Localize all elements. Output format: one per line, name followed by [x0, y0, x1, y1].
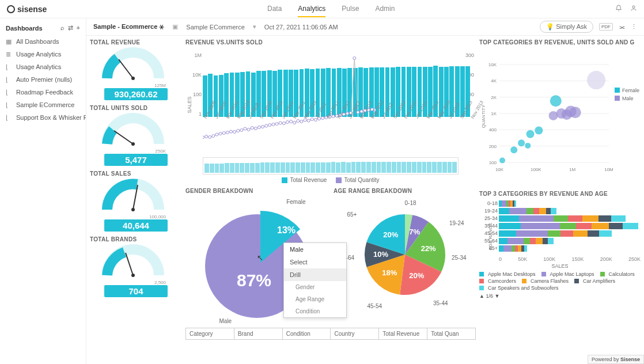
widget-title: TOTAL SALES [90, 170, 182, 177]
chart-icon: ⌊ [6, 89, 13, 96]
legend-swatch [336, 177, 342, 183]
toggle-icon[interactable]: ⇄ [68, 24, 73, 32]
bell-icon[interactable] [615, 5, 622, 13]
add-icon[interactable]: + [77, 24, 80, 32]
simply-ask-button[interactable]: 💡 Simply Ask [540, 21, 593, 33]
pager[interactable]: ▲ 1/6 ▼ [479, 293, 641, 299]
svg-text:QUANTITY: QUANTITY [481, 104, 486, 128]
svg-line-3 [114, 131, 133, 144]
sidebar-item-auto[interactable]: ⌊Auto Premier (nulls) [0, 73, 86, 86]
widget-title: TOP CATEGORIES BY REVENUE, UNITS SOLD AN… [479, 39, 641, 46]
share-icon[interactable]: ⫘ [619, 24, 625, 31]
svg-text:400: 400 [489, 127, 497, 132]
sidebar-item-support[interactable]: ⌊Support Box & Whisker Plot I... [0, 111, 86, 124]
svg-text:22%: 22% [421, 244, 435, 253]
svg-text:7%: 7% [409, 227, 420, 236]
chart-icon: ⌊ [6, 63, 13, 70]
search-icon[interactable]: ⌕ [60, 24, 65, 32]
svg-point-92 [525, 143, 531, 149]
slice-label: 35-44 [433, 300, 448, 306]
sidebar-item-sample[interactable]: ⌊Sample ECommerce [0, 98, 86, 111]
th-category[interactable]: Category [186, 328, 234, 339]
th-revenue[interactable]: Total Revenue [379, 328, 427, 339]
gauge-widget-brands: TOTAL BRANDS 2,500 704 [90, 236, 182, 297]
y-tick: 1 [185, 111, 202, 117]
middle-column: REVENUE vs.UNITS SOLD SALES 1M 10K 100 1… [185, 39, 476, 361]
svg-point-87 [499, 157, 505, 163]
sidebar-item-usage1[interactable]: ≣Usage Analytics [0, 48, 86, 60]
gauge-max: 100,000 [101, 214, 171, 219]
age-pie-widget: AGE RANGE BREAKDOWN 7%22%20%18%10%20% 0-… [334, 188, 476, 321]
pdf-icon[interactable]: PDF [599, 23, 613, 31]
chevron-down-icon[interactable]: ▾ [253, 23, 256, 31]
gauge-max: 2,500 [101, 280, 171, 285]
age-pie[interactable]: 7%22%20%18%10%20% 0-18 19-24 25-34 35-44… [350, 200, 460, 309]
sidebar-item-label: Usage Analytics [16, 51, 61, 58]
widget-title: REVENUE vs.UNITS SOLD [185, 39, 476, 46]
grid-icon: ▦ [6, 38, 13, 45]
svg-text:13%: 13% [277, 225, 296, 235]
logo[interactable]: sisense [7, 5, 47, 14]
folder-name[interactable]: Sample ECommerce [186, 24, 244, 31]
context-menu: Male Select Drill Gender Age Range Condi… [283, 242, 347, 318]
chart-icon: ⌊ [6, 114, 13, 121]
user-icon[interactable] [630, 5, 637, 13]
timestamp: Oct 27, 2021 11:06:05 AM [264, 24, 338, 31]
right-column: TOP CATEGORIES BY REVENUE, UNITS SOLD AN… [479, 39, 641, 361]
svg-text:18%: 18% [382, 268, 397, 277]
gauge-svg [101, 244, 165, 278]
gauge-svg [101, 178, 165, 213]
ctx-age[interactable]: Age Range [284, 293, 346, 305]
svg-text:Male: Male [622, 96, 634, 101]
nav-data[interactable]: Data [267, 1, 282, 17]
legend-item[interactable]: Total Revenue [282, 177, 327, 183]
more-icon[interactable]: ⋮ [631, 23, 637, 31]
x-tick: 150K [572, 256, 584, 262]
th-brand[interactable]: Brand [234, 328, 283, 339]
sidebar-item-usage2[interactable]: ⌊Usage Analytics [0, 60, 86, 73]
th-country[interactable]: Country [331, 328, 379, 339]
top-nav: Data Analytics Pulse Admin [267, 1, 395, 17]
svg-text:2K: 2K [491, 95, 497, 100]
nav-admin[interactable]: Admin [375, 1, 395, 17]
sidebar-item-label: Usage Analytics [16, 63, 61, 70]
chart-icon: ⌊ [6, 76, 13, 83]
svg-point-6 [131, 208, 135, 211]
x-tick: 50K [518, 256, 527, 262]
folder-icon[interactable]: ▣ [172, 23, 178, 31]
legend-item[interactable]: Total Quantity [336, 177, 379, 183]
bar-line-chart[interactable]: SALES 1M 10K 100 1 300 200 100 0 [185, 47, 476, 157]
ctx-drill[interactable]: Drill [284, 268, 346, 281]
slice-label: 45-54 [368, 303, 382, 309]
th-quantity[interactable]: Total Quan [427, 328, 475, 339]
powered-label: Powered by [592, 357, 619, 362]
sidebar-item-all[interactable]: ▦All Dashboards [0, 35, 86, 48]
scatter-chart[interactable]: 10K4K2K1K40020010010K100K1M10MQUANTITYFe… [479, 47, 641, 186]
sidebar-item-roadmap[interactable]: ⌊Roadmap Feedback [0, 86, 86, 98]
nav-analytics[interactable]: Analytics [298, 1, 325, 17]
gauge-widget-units: TOTAL UNITS SOLD 250K 5,477 [90, 105, 182, 166]
th-condition[interactable]: Condition [283, 328, 331, 339]
x-tick: 100K [543, 256, 555, 262]
logo-icon [7, 5, 15, 13]
brush-selector[interactable] [203, 157, 459, 175]
pie-label-female: Female [286, 199, 305, 205]
top-icons [615, 5, 637, 13]
ctx-select[interactable]: Select [284, 256, 346, 268]
topbar: sisense Data Analytics Pulse Admin [0, 0, 644, 18]
svg-text:10M: 10M [604, 167, 613, 172]
legend-label: Total Revenue [290, 177, 327, 183]
svg-point-0 [632, 6, 635, 8]
ctx-condition[interactable]: Condition [284, 305, 346, 317]
svg-text:20%: 20% [383, 230, 398, 239]
gauge-value: 930,260.62 [104, 88, 168, 100]
gauge-column: TOTAL REVENUE 125M 930,260.62 TOTAL UNIT [90, 39, 182, 361]
hbar-chart[interactable]: AGE RANGE 0-1819-2425-3435-4445-5455-646… [479, 198, 641, 269]
svg-point-88 [510, 146, 517, 153]
nav-pulse[interactable]: Pulse [342, 1, 359, 17]
svg-point-90 [526, 130, 535, 138]
ctx-gender[interactable]: Gender [284, 281, 346, 293]
powered-brand: sisense [620, 357, 640, 362]
svg-text:20%: 20% [409, 271, 424, 280]
svg-point-8 [131, 274, 135, 277]
